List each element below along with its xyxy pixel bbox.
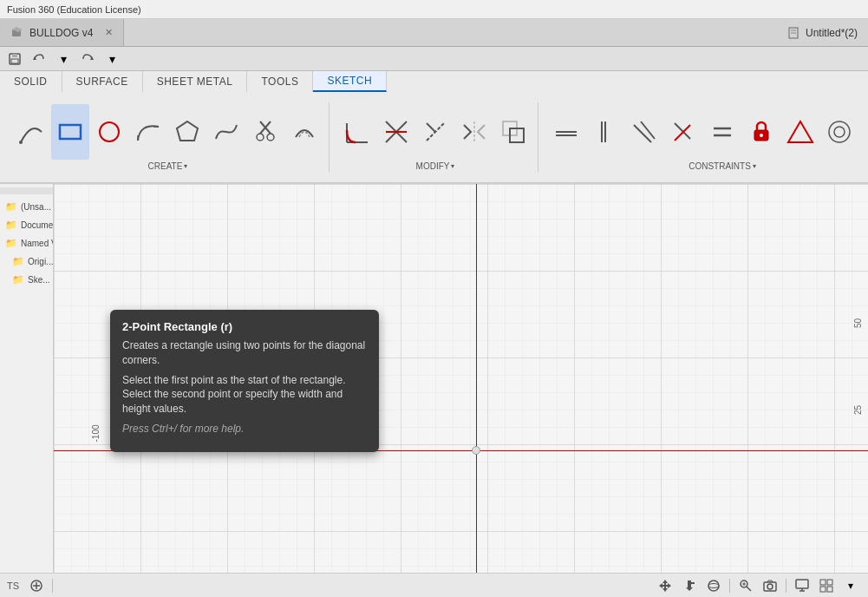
origin-point (472, 446, 480, 455)
orbit-tool-btn[interactable] (703, 577, 724, 594)
ruler-label-25: 25 (853, 405, 863, 415)
arc-icon (133, 116, 164, 148)
camera-btn[interactable] (760, 577, 780, 594)
trim-tool[interactable] (377, 104, 415, 160)
untitled-tab[interactable]: Untitled*(2) (778, 19, 868, 46)
move-tool-btn[interactable] (655, 577, 675, 594)
pan-tool-btn[interactable] (679, 577, 700, 594)
fixed-constraint[interactable] (742, 104, 780, 160)
svg-line-26 (427, 123, 435, 132)
svg-point-12 (100, 122, 119, 141)
sidebar-item-named[interactable]: 📁 Named V... (0, 234, 53, 253)
redo-dropdown[interactable]: ▾ (101, 49, 123, 69)
redo-button[interactable] (76, 49, 99, 69)
svg-line-63 (747, 587, 751, 591)
svg-line-35 (641, 121, 655, 139)
create-dropdown-arrow[interactable]: ▾ (184, 162, 187, 170)
perpendicular-icon (668, 116, 699, 148)
project-icon (498, 116, 529, 148)
extend-tool[interactable] (416, 104, 454, 160)
ruler-label-50: 50 (853, 318, 863, 328)
svg-marker-59 (659, 580, 671, 592)
svg-rect-73 (820, 587, 826, 592)
sidebar-label-document: Docume... (21, 220, 53, 230)
line-icon (16, 116, 47, 148)
svg-point-10 (19, 141, 23, 144)
create-tools-row (12, 104, 323, 160)
sidebar-label-unsaved: (Unsa... (21, 202, 51, 212)
sidebar-item-origin[interactable]: 📁 Origi... (0, 253, 53, 271)
folder-icon-3: 📁 (5, 238, 17, 249)
main-area: 📁 (Unsa... 📁 Docume... 📁 Named V... 📁 Or… (0, 184, 868, 573)
svg-rect-11 (60, 125, 81, 139)
view-cube-btn[interactable]: ▾ (840, 577, 861, 594)
svg-rect-71 (820, 580, 826, 585)
concentric-constraint[interactable] (820, 104, 858, 160)
mirror-icon (459, 116, 490, 148)
bottom-label-ts: TS (7, 581, 19, 591)
canvas-area[interactable]: 50 25 -100 -75 -50 -25 2-Point Rectangle… (54, 184, 868, 573)
rectangle-2pt-tool[interactable] (51, 104, 89, 160)
svg-rect-68 (796, 580, 808, 588)
svg-point-67 (767, 584, 773, 589)
tab-solid[interactable]: SOLID (0, 71, 62, 92)
parallel-constraint[interactable] (625, 104, 663, 160)
grid-settings-btn[interactable] (816, 577, 837, 594)
mirror-tool[interactable] (455, 104, 493, 160)
equal-constraint[interactable] (703, 104, 741, 160)
tab-close[interactable]: ✕ (105, 27, 113, 38)
project-tool[interactable] (494, 104, 532, 160)
add-component-btn[interactable] (26, 577, 47, 594)
folder-icon-2: 📁 (5, 220, 17, 231)
untitled-tab-label: Untitled*(2) (806, 27, 858, 39)
vertical-icon (590, 116, 621, 148)
modify-tools-row (338, 104, 532, 160)
scissors-icon (250, 116, 281, 148)
offset-tool[interactable] (285, 104, 323, 160)
tab-surface[interactable]: SURFACE (62, 71, 143, 92)
svg-point-60 (708, 581, 719, 591)
document-icon (788, 27, 800, 39)
horizontal-icon (551, 116, 582, 148)
tooltip-line2: Select the first point as the start of t… (122, 373, 367, 417)
symmetry-constraint[interactable] (781, 104, 819, 160)
polygon-tool[interactable] (168, 104, 206, 160)
arc-tool[interactable] (129, 104, 167, 160)
svg-point-17 (267, 134, 274, 141)
horizontal-constraint[interactable] (547, 104, 585, 160)
svg-point-44 (834, 127, 845, 137)
undo-button[interactable] (28, 49, 50, 69)
modify-group: MODIFY ▾ (333, 102, 538, 172)
tab-bar: BULLDOG v4 ✕ Untitled*(2) (0, 19, 868, 47)
trim-icon (381, 116, 412, 148)
create-label: CREATE ▾ (148, 161, 188, 171)
line-tool[interactable] (12, 104, 50, 160)
zoom-fit-btn[interactable] (735, 577, 756, 594)
save-button[interactable] (3, 49, 26, 69)
undo-dropdown[interactable]: ▾ (52, 49, 75, 69)
folder-icon-5: 📁 (12, 274, 24, 285)
create-group: CREATE ▾ (7, 102, 330, 172)
modify-dropdown-arrow[interactable]: ▾ (451, 162, 454, 170)
folder-icon-1: 📁 (5, 201, 17, 213)
tab-sheet-metal[interactable]: SHEET METAL (143, 71, 248, 92)
perpendicular-constraint[interactable] (664, 104, 702, 160)
svg-line-36 (675, 123, 690, 139)
tab-tools[interactable]: TOOLS (247, 71, 313, 92)
svg-point-16 (257, 134, 264, 141)
constraints-group: CONSTRAINTS ▾ (542, 102, 868, 172)
bulldog-tab[interactable]: BULLDOG v4 ✕ (0, 19, 124, 46)
vertical-constraint[interactable] (586, 104, 624, 160)
sidebar-item-unsaved[interactable]: 📁 (Unsa... (0, 198, 53, 216)
tab-sketch[interactable]: SKETCH (313, 71, 387, 92)
constraints-dropdown-arrow[interactable]: ▾ (753, 162, 756, 170)
fillet-tool[interactable] (338, 104, 376, 160)
sidebar-item-document[interactable]: 📁 Docume... (0, 216, 53, 234)
svg-rect-72 (827, 580, 832, 585)
sidebar-item-sketch[interactable]: 📁 Ske... (0, 271, 53, 289)
circle-tool[interactable] (90, 104, 128, 160)
scissors-tool[interactable] (246, 104, 284, 160)
more-constraints[interactable] (859, 104, 868, 160)
spline-tool[interactable] (207, 104, 245, 160)
display-settings-btn[interactable] (792, 577, 813, 594)
